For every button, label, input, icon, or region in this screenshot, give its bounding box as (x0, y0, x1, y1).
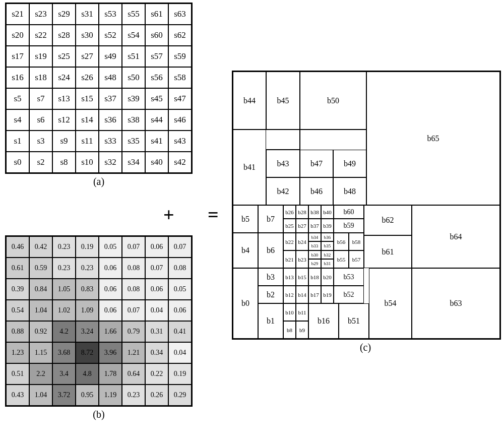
equals-symbol: = (208, 204, 219, 226)
cell-b47: b47 (300, 150, 333, 177)
grid-a-cell: s12 (52, 109, 76, 131)
cell-top-gap (300, 130, 366, 150)
grid-a-cell: s27 (76, 46, 99, 67)
grid-b-cell: 1.05 (52, 279, 76, 300)
grid-a-cell: s19 (29, 46, 52, 67)
grid-b-cell: 0.26 (145, 385, 168, 406)
cell-b22: b22 (283, 233, 296, 250)
grid-a-cell: s2 (29, 152, 52, 173)
cell-b7: b7 (258, 205, 283, 233)
cell-b28: b28 (296, 205, 308, 219)
cell-b19: b19 (321, 286, 334, 303)
grid-b-cell: 0.06 (145, 279, 168, 300)
grid-b-cell: 0.06 (145, 236, 168, 258)
grid-b-cell: 0.19 (76, 236, 99, 258)
grid-b-cell: 0.08 (168, 258, 192, 279)
cell-b58: b58 (349, 233, 364, 250)
grid-a-cell: s62 (168, 25, 192, 46)
grid-b-cell: 1.04 (29, 300, 52, 321)
grid-b-cell: 0.23 (52, 258, 76, 279)
grid-b-cell: 0.06 (168, 300, 192, 321)
grid-a-cell: s55 (122, 4, 145, 25)
grid-a-cell: s26 (76, 67, 99, 88)
cell-b46: b46 (300, 177, 333, 205)
grid-a-cell: s0 (6, 152, 29, 173)
cell-b53: b53 (334, 268, 364, 286)
grid-b-cell: 0.92 (29, 321, 52, 342)
panel-a-label: (a) (5, 176, 193, 187)
grid-a-cell: s47 (168, 88, 192, 109)
cell-b40: b40 (321, 205, 334, 219)
grid-b-cell: 0.23 (52, 236, 76, 258)
grid-a-cell: s38 (122, 109, 145, 131)
grid-a-cell: s23 (29, 4, 52, 25)
grid-b-cell: 0.34 (145, 342, 168, 363)
grid-b-cell: 1.04 (29, 385, 52, 406)
grid-a-cell: s42 (168, 152, 192, 173)
cell-b14: b14 (296, 286, 308, 303)
grid-b-cell: 0.61 (6, 258, 29, 279)
grid-b-cell: 0.46 (6, 236, 29, 258)
grid-b: 0.460.420.230.190.050.070.060.070.610.59… (5, 235, 193, 407)
grid-a: s21s23s29s31s53s55s61s63s20s22s28s30s52s… (5, 3, 193, 174)
grid-a-cell: s10 (76, 152, 99, 173)
grid-a-cell: s52 (99, 25, 122, 46)
cell-b33: b33 (308, 241, 321, 250)
grid-a-cell: s63 (168, 4, 192, 25)
grid-b-cell: 3.4 (52, 363, 76, 385)
cell-b10: b10 (283, 303, 296, 321)
panel-b-label: (b) (5, 409, 193, 420)
cell-b12: b12 (283, 286, 296, 303)
grid-a-cell: s46 (168, 109, 192, 131)
grid-b-cell: 1.78 (99, 363, 122, 385)
cell-b18: b18 (308, 268, 321, 286)
grid-a-cell: s24 (52, 67, 76, 88)
cell-b43: b43 (266, 150, 300, 177)
cell-b51: b51 (339, 303, 369, 339)
grid-b-cell: 1.21 (122, 342, 145, 363)
cell-b55: b55 (334, 250, 349, 268)
grid-b-cell: 0.41 (168, 321, 192, 342)
cell-b31: b31 (321, 259, 334, 268)
grid-a-cell: s20 (6, 25, 29, 46)
grid-b-cell: 3.96 (99, 342, 122, 363)
grid-b-cell: 0.05 (99, 236, 122, 258)
cell-b37: b37 (308, 219, 321, 233)
grid-a-cell: s13 (52, 88, 76, 109)
grid-a-cell: s56 (145, 67, 168, 88)
grid-a-cell: s35 (122, 131, 145, 152)
grid-a-cell: s9 (52, 131, 76, 152)
grid-b-cell: 1.09 (76, 300, 99, 321)
grid-b-cell: 0.04 (145, 300, 168, 321)
cell-b60: b60 (334, 205, 364, 219)
grid-a-cell: s48 (99, 67, 122, 88)
cell-b20: b20 (321, 268, 334, 286)
grid-a-cell: s37 (99, 88, 122, 109)
grid-b-cell: 0.22 (145, 363, 168, 385)
cell-b5: b5 (233, 205, 258, 233)
cell-b27: b27 (296, 219, 308, 233)
cell-b4: b4 (233, 233, 258, 268)
cell-b57: b57 (349, 250, 364, 268)
grid-b-cell: 4.2 (52, 321, 76, 342)
grid-b-cell: 0.79 (122, 321, 145, 342)
cell-b45: b45 (266, 72, 300, 130)
cell-b65: b65 (366, 72, 500, 205)
cell-b29: b29 (308, 259, 321, 268)
grid-b-cell: 0.88 (6, 321, 29, 342)
cell-b13: b13 (283, 268, 296, 286)
cell-b36: b36 (321, 233, 334, 241)
grid-a-cell: s59 (168, 46, 192, 67)
grid-b-cell: 0.23 (122, 385, 145, 406)
grid-b-cell: 3.72 (52, 385, 76, 406)
cell-b23: b23 (296, 250, 308, 268)
panel-b: 0.460.420.230.190.050.070.060.070.610.59… (5, 235, 193, 420)
cell-b32: b32 (321, 250, 334, 259)
cell-b61: b61 (364, 235, 412, 268)
grid-b-cell: 0.19 (168, 363, 192, 385)
cell-b39: b39 (321, 219, 334, 233)
grid-a-cell: s14 (76, 109, 99, 131)
cell-b26: b26 (283, 205, 296, 219)
cell-b41-upper-right (266, 130, 300, 150)
grid-b-cell: 0.07 (145, 258, 168, 279)
